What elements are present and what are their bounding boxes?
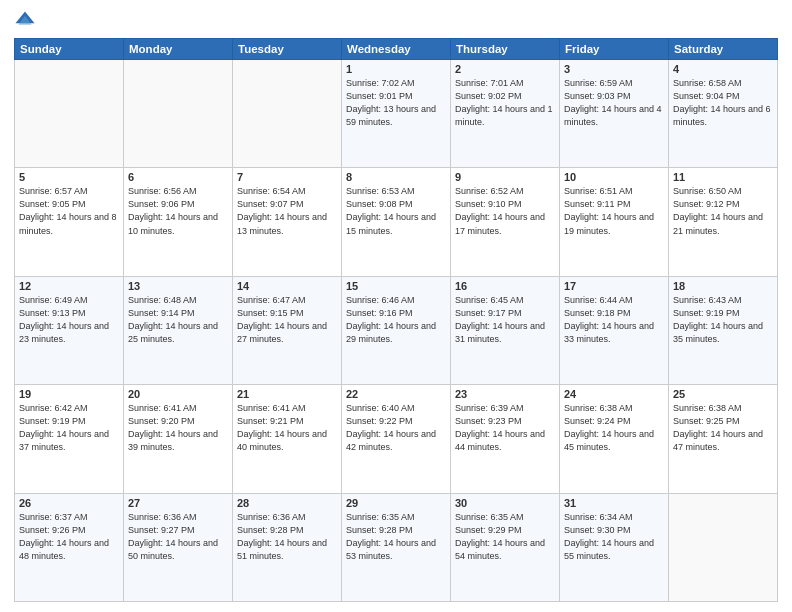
day-info: Sunrise: 6:45 AMSunset: 9:17 PMDaylight:… — [455, 294, 555, 346]
calendar-cell: 9Sunrise: 6:52 AMSunset: 9:10 PMDaylight… — [451, 168, 560, 276]
day-number: 27 — [128, 497, 228, 509]
calendar-cell: 4Sunrise: 6:58 AMSunset: 9:04 PMDaylight… — [669, 60, 778, 168]
calendar-cell: 19Sunrise: 6:42 AMSunset: 9:19 PMDayligh… — [15, 385, 124, 493]
calendar-cell: 22Sunrise: 6:40 AMSunset: 9:22 PMDayligh… — [342, 385, 451, 493]
calendar-cell: 16Sunrise: 6:45 AMSunset: 9:17 PMDayligh… — [451, 276, 560, 384]
calendar-cell: 25Sunrise: 6:38 AMSunset: 9:25 PMDayligh… — [669, 385, 778, 493]
calendar-cell: 20Sunrise: 6:41 AMSunset: 9:20 PMDayligh… — [124, 385, 233, 493]
calendar-cell: 27Sunrise: 6:36 AMSunset: 9:27 PMDayligh… — [124, 493, 233, 601]
day-number: 4 — [673, 63, 773, 75]
day-number: 14 — [237, 280, 337, 292]
calendar-cell — [15, 60, 124, 168]
calendar-cell: 8Sunrise: 6:53 AMSunset: 9:08 PMDaylight… — [342, 168, 451, 276]
day-number: 26 — [19, 497, 119, 509]
day-info: Sunrise: 6:46 AMSunset: 9:16 PMDaylight:… — [346, 294, 446, 346]
calendar-cell — [233, 60, 342, 168]
calendar-cell: 7Sunrise: 6:54 AMSunset: 9:07 PMDaylight… — [233, 168, 342, 276]
calendar-cell: 28Sunrise: 6:36 AMSunset: 9:28 PMDayligh… — [233, 493, 342, 601]
day-number: 2 — [455, 63, 555, 75]
day-number: 11 — [673, 171, 773, 183]
day-number: 20 — [128, 388, 228, 400]
day-number: 7 — [237, 171, 337, 183]
day-info: Sunrise: 6:35 AMSunset: 9:29 PMDaylight:… — [455, 511, 555, 563]
calendar-cell: 13Sunrise: 6:48 AMSunset: 9:14 PMDayligh… — [124, 276, 233, 384]
day-info: Sunrise: 6:40 AMSunset: 9:22 PMDaylight:… — [346, 402, 446, 454]
day-number: 15 — [346, 280, 446, 292]
calendar-cell: 29Sunrise: 6:35 AMSunset: 9:28 PMDayligh… — [342, 493, 451, 601]
logo-icon — [14, 10, 36, 32]
weekday-header-wednesday: Wednesday — [342, 39, 451, 60]
calendar-cell: 3Sunrise: 6:59 AMSunset: 9:03 PMDaylight… — [560, 60, 669, 168]
day-number: 16 — [455, 280, 555, 292]
day-info: Sunrise: 6:44 AMSunset: 9:18 PMDaylight:… — [564, 294, 664, 346]
calendar-week-row: 12Sunrise: 6:49 AMSunset: 9:13 PMDayligh… — [15, 276, 778, 384]
calendar-cell — [124, 60, 233, 168]
day-number: 25 — [673, 388, 773, 400]
page: SundayMondayTuesdayWednesdayThursdayFrid… — [0, 0, 792, 612]
calendar-cell: 10Sunrise: 6:51 AMSunset: 9:11 PMDayligh… — [560, 168, 669, 276]
calendar-cell: 21Sunrise: 6:41 AMSunset: 9:21 PMDayligh… — [233, 385, 342, 493]
day-number: 30 — [455, 497, 555, 509]
day-info: Sunrise: 6:36 AMSunset: 9:28 PMDaylight:… — [237, 511, 337, 563]
day-number: 31 — [564, 497, 664, 509]
weekday-header-sunday: Sunday — [15, 39, 124, 60]
calendar-cell: 14Sunrise: 6:47 AMSunset: 9:15 PMDayligh… — [233, 276, 342, 384]
day-number: 8 — [346, 171, 446, 183]
day-number: 29 — [346, 497, 446, 509]
day-info: Sunrise: 6:52 AMSunset: 9:10 PMDaylight:… — [455, 185, 555, 237]
day-info: Sunrise: 6:53 AMSunset: 9:08 PMDaylight:… — [346, 185, 446, 237]
day-info: Sunrise: 6:42 AMSunset: 9:19 PMDaylight:… — [19, 402, 119, 454]
day-info: Sunrise: 6:54 AMSunset: 9:07 PMDaylight:… — [237, 185, 337, 237]
calendar-cell: 12Sunrise: 6:49 AMSunset: 9:13 PMDayligh… — [15, 276, 124, 384]
day-number: 23 — [455, 388, 555, 400]
day-info: Sunrise: 6:34 AMSunset: 9:30 PMDaylight:… — [564, 511, 664, 563]
day-number: 1 — [346, 63, 446, 75]
calendar-cell: 31Sunrise: 6:34 AMSunset: 9:30 PMDayligh… — [560, 493, 669, 601]
day-info: Sunrise: 6:59 AMSunset: 9:03 PMDaylight:… — [564, 77, 664, 129]
day-number: 19 — [19, 388, 119, 400]
calendar-cell — [669, 493, 778, 601]
day-number: 28 — [237, 497, 337, 509]
day-number: 13 — [128, 280, 228, 292]
day-number: 21 — [237, 388, 337, 400]
day-info: Sunrise: 6:51 AMSunset: 9:11 PMDaylight:… — [564, 185, 664, 237]
day-number: 22 — [346, 388, 446, 400]
day-info: Sunrise: 6:49 AMSunset: 9:13 PMDaylight:… — [19, 294, 119, 346]
day-info: Sunrise: 6:36 AMSunset: 9:27 PMDaylight:… — [128, 511, 228, 563]
day-info: Sunrise: 6:43 AMSunset: 9:19 PMDaylight:… — [673, 294, 773, 346]
calendar-body: 1Sunrise: 7:02 AMSunset: 9:01 PMDaylight… — [15, 60, 778, 602]
calendar-cell: 18Sunrise: 6:43 AMSunset: 9:19 PMDayligh… — [669, 276, 778, 384]
day-number: 3 — [564, 63, 664, 75]
day-number: 12 — [19, 280, 119, 292]
day-number: 10 — [564, 171, 664, 183]
calendar-cell: 26Sunrise: 6:37 AMSunset: 9:26 PMDayligh… — [15, 493, 124, 601]
day-info: Sunrise: 7:02 AMSunset: 9:01 PMDaylight:… — [346, 77, 446, 129]
day-info: Sunrise: 6:50 AMSunset: 9:12 PMDaylight:… — [673, 185, 773, 237]
day-info: Sunrise: 6:39 AMSunset: 9:23 PMDaylight:… — [455, 402, 555, 454]
day-number: 9 — [455, 171, 555, 183]
day-info: Sunrise: 6:57 AMSunset: 9:05 PMDaylight:… — [19, 185, 119, 237]
calendar-cell: 11Sunrise: 6:50 AMSunset: 9:12 PMDayligh… — [669, 168, 778, 276]
calendar-cell: 1Sunrise: 7:02 AMSunset: 9:01 PMDaylight… — [342, 60, 451, 168]
day-info: Sunrise: 6:47 AMSunset: 9:15 PMDaylight:… — [237, 294, 337, 346]
weekday-header-monday: Monday — [124, 39, 233, 60]
calendar-week-row: 5Sunrise: 6:57 AMSunset: 9:05 PMDaylight… — [15, 168, 778, 276]
day-info: Sunrise: 6:58 AMSunset: 9:04 PMDaylight:… — [673, 77, 773, 129]
day-info: Sunrise: 6:41 AMSunset: 9:20 PMDaylight:… — [128, 402, 228, 454]
calendar-cell: 30Sunrise: 6:35 AMSunset: 9:29 PMDayligh… — [451, 493, 560, 601]
calendar-week-row: 26Sunrise: 6:37 AMSunset: 9:26 PMDayligh… — [15, 493, 778, 601]
day-info: Sunrise: 6:48 AMSunset: 9:14 PMDaylight:… — [128, 294, 228, 346]
day-info: Sunrise: 6:41 AMSunset: 9:21 PMDaylight:… — [237, 402, 337, 454]
calendar-cell: 23Sunrise: 6:39 AMSunset: 9:23 PMDayligh… — [451, 385, 560, 493]
day-info: Sunrise: 6:38 AMSunset: 9:25 PMDaylight:… — [673, 402, 773, 454]
calendar-cell: 5Sunrise: 6:57 AMSunset: 9:05 PMDaylight… — [15, 168, 124, 276]
day-number: 5 — [19, 171, 119, 183]
calendar-cell: 15Sunrise: 6:46 AMSunset: 9:16 PMDayligh… — [342, 276, 451, 384]
calendar-cell: 2Sunrise: 7:01 AMSunset: 9:02 PMDaylight… — [451, 60, 560, 168]
day-info: Sunrise: 6:35 AMSunset: 9:28 PMDaylight:… — [346, 511, 446, 563]
calendar-cell: 24Sunrise: 6:38 AMSunset: 9:24 PMDayligh… — [560, 385, 669, 493]
day-info: Sunrise: 6:37 AMSunset: 9:26 PMDaylight:… — [19, 511, 119, 563]
header — [14, 10, 778, 32]
day-number: 18 — [673, 280, 773, 292]
weekday-header-saturday: Saturday — [669, 39, 778, 60]
